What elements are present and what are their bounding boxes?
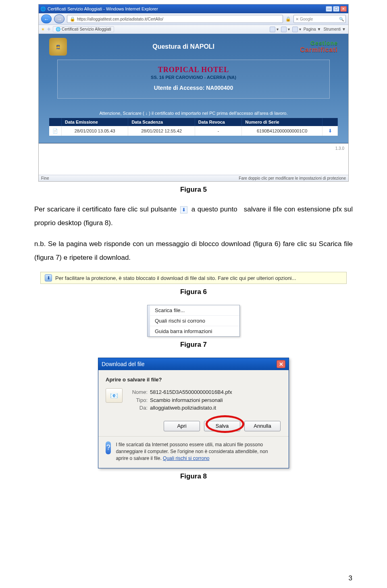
td-revoca: -	[195, 126, 241, 136]
hotel-panel: TROPICAL HOTEL SS. 16 PER CAROVIGNO - AC…	[57, 60, 330, 99]
menu-item-scarica[interactable]: Scarica file...	[150, 305, 239, 316]
gestione-line1: Gestione	[300, 40, 338, 46]
td-serie: 6190B4120000000001C0	[242, 126, 322, 136]
security-lock-icon: 🔒	[285, 17, 291, 22]
maximize-button[interactable]: ☐	[333, 6, 339, 12]
tools-menu[interactable]: Strumenti ▼	[324, 27, 346, 31]
menu-item-guida[interactable]: Guida barra informazioni	[150, 326, 239, 336]
p1-part-b: a questo punto	[191, 205, 237, 213]
paragraph-1: Per scaricare il certificato fare clic s…	[34, 203, 353, 230]
hotel-address: SS. 16 PER CAROVIGNO - ACERRA (NA)	[62, 75, 325, 80]
print-menu[interactable]: ▾	[292, 27, 301, 32]
status-left: Fine	[41, 176, 49, 180]
window-title: Certificati Servizio Alloggiati - Window…	[48, 6, 158, 11]
feed-menu[interactable]: ▾	[281, 27, 290, 32]
browser-viewport: 👮 Questura di NAPOLI Gestione Carmificat…	[39, 34, 348, 175]
dialog-question: Aprire o salvare il file?	[106, 377, 281, 383]
app-main: 👮 Questura di NAPOLI Gestione Carmificat…	[39, 34, 348, 143]
type-label: Tipo:	[128, 396, 148, 404]
file-type: Scambio informazioni personali	[150, 397, 223, 403]
dialog-title: Download del file	[102, 361, 145, 367]
lock-icon: 🔒	[70, 17, 75, 22]
p1-part-a: Per scaricare il certificato fare clic s…	[34, 205, 177, 213]
gestione-line2: Carmificati	[300, 46, 338, 54]
print-icon	[292, 27, 298, 32]
browser-titlebar: 🌐 Certificati Servizio Alloggiati - Wind…	[39, 4, 348, 13]
minimize-button[interactable]: —	[326, 6, 332, 12]
inline-download-icon: ⬇	[180, 206, 187, 213]
name-label: Nome:	[128, 388, 148, 396]
th-download	[322, 118, 338, 126]
police-badge-icon: 👮	[49, 38, 67, 56]
search-provider-icon: ✕	[295, 17, 299, 21]
open-button[interactable]: Apri	[164, 421, 200, 431]
favorites-star-icon[interactable]: ★	[41, 27, 45, 31]
warning-text: I file scaricati da Internet possono ess…	[116, 441, 281, 462]
warning-link[interactable]: Quali rischi si corrono	[163, 455, 209, 461]
page-icon: 🌐	[56, 27, 60, 31]
questura-title: Questura di NAPOLI	[152, 43, 214, 50]
browser-status-bar: Fine Fare doppio clic per modificare le …	[39, 175, 348, 181]
attention-text: Attenzione, Scaricare ( ↓ ) il certifica…	[49, 111, 338, 116]
figure5-browser-screenshot: 🌐 Certificati Servizio Alloggiati - Wind…	[38, 4, 349, 182]
close-button[interactable]: ✕	[340, 6, 347, 12]
save-button[interactable]: Salva	[204, 421, 240, 431]
cancel-button[interactable]: Annulla	[244, 421, 281, 431]
search-placeholder: Google	[300, 17, 313, 21]
file-type-icon: 📧	[106, 388, 123, 403]
th-emissione: Data Emissione	[62, 118, 128, 126]
figure7-caption: Figura 7	[34, 341, 353, 349]
app-version: 1.3.0	[39, 143, 348, 175]
paragraph-2-nb: n.b. Se la pagina web risponde con un me…	[34, 237, 353, 265]
figure6-infobar[interactable]: ⬇ Per facilitare la protezione, è stato …	[40, 272, 347, 284]
window-controls: — ☐ ✕	[326, 6, 347, 12]
gestione-logo: Gestione Carmificati	[300, 40, 338, 54]
table-header-row: Data Emissione Data Scadenza Data Revoca…	[49, 118, 338, 126]
page-number: 3	[349, 574, 352, 582]
download-icon: ⬇	[328, 128, 332, 134]
cert-table: Data Emissione Data Scadenza Data Revoca…	[49, 118, 338, 136]
infobar-text: Per facilitare la protezione, è stato bl…	[55, 275, 296, 281]
access-user: Utente di Accesso: NA000400	[62, 85, 325, 91]
th-serie: Numero di Serie	[242, 118, 322, 126]
infobar-download-icon: ⬇	[45, 274, 52, 282]
forward-button[interactable]: →	[54, 14, 64, 23]
figure8-download-dialog: Download del file ✕ Aprire o salvare il …	[98, 358, 289, 468]
from-label: Da:	[128, 404, 148, 412]
url-text: https://alloggiatitest.cen.poliziadistat…	[77, 17, 163, 21]
figure8-caption: Figura 8	[34, 472, 353, 480]
figure6-caption: Figura 6	[34, 288, 353, 296]
tab-label: Certificati Servizio Alloggiati	[62, 27, 111, 31]
page-menu[interactable]: Pagina ▼	[304, 27, 321, 31]
home-icon	[270, 27, 275, 32]
td-emissione: 28/01/2010 13.05.43	[62, 126, 128, 136]
ie-icon: 🌐	[40, 6, 46, 12]
browser-favorites-bar: ★ ✚ 🌐 Certificati Servizio Alloggiati ▾ …	[39, 25, 348, 34]
shield-icon: ?	[106, 441, 111, 454]
figure5-caption: Figura 5	[34, 186, 353, 194]
browser-nav-toolbar: ← → 🔒 https://alloggiatitest.cen.polizia…	[39, 13, 348, 25]
table-row: 📄 28/01/2010 13.05.43 28/01/2012 12.55.4…	[49, 126, 338, 136]
cert-download-button[interactable]: ⬇	[322, 126, 338, 136]
search-icon: 🔍	[339, 17, 344, 21]
search-box[interactable]: ✕ Google 🔍	[293, 15, 346, 23]
th-icon	[49, 118, 62, 126]
add-favorites-icon[interactable]: ✚	[47, 27, 50, 31]
status-right: Fare doppio clic per modificare le impos…	[239, 176, 346, 180]
browser-tab[interactable]: 🌐 Certificati Servizio Alloggiati	[53, 26, 114, 32]
dialog-close-button[interactable]: ✕	[277, 360, 285, 368]
dialog-titlebar: Download del file ✕	[98, 358, 289, 370]
figure7-context-menu: Scarica file... Quali rischi si corrono …	[147, 305, 240, 337]
url-bar[interactable]: 🔒 https://alloggiatitest.cen.poliziadist…	[67, 15, 283, 23]
file-from: alloggiatiweb.poliziadistato.it	[150, 405, 216, 411]
hotel-name: TROPICAL HOTEL	[62, 66, 325, 74]
home-menu[interactable]: ▾	[270, 27, 279, 32]
cert-row-icon: 📄	[49, 126, 62, 136]
menu-item-rischi[interactable]: Quali rischi si corrono	[150, 316, 239, 326]
th-scadenza: Data Scadenza	[128, 118, 195, 126]
td-scadenza: 28/01/2012 12.55.42	[128, 126, 195, 136]
back-button[interactable]: ←	[41, 14, 52, 23]
feed-icon	[281, 27, 287, 32]
file-name: 5812-615D3A550000000016B4.pfx	[150, 389, 232, 395]
th-revoca: Data Revoca	[195, 118, 241, 126]
